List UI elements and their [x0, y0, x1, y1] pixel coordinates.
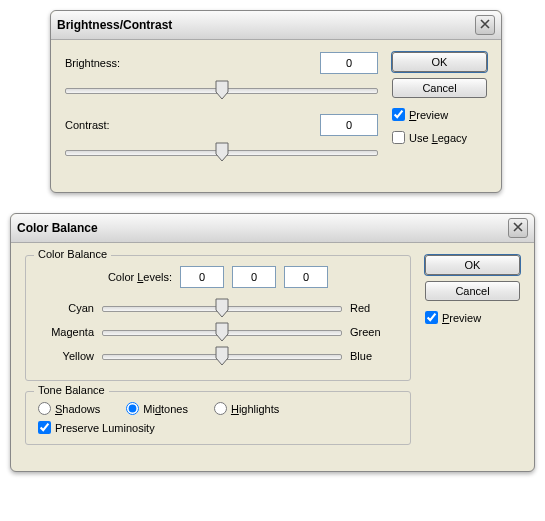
slider-thumb[interactable] — [215, 80, 229, 100]
midtones-label: Midtones — [143, 403, 188, 415]
cyan-red-slider[interactable] — [102, 298, 342, 318]
magenta-label: Magenta — [38, 326, 94, 338]
ok-button[interactable]: OK — [425, 255, 520, 275]
preview-label: Preview — [442, 312, 481, 324]
slider-thumb[interactable] — [215, 298, 229, 318]
contrast-label: Contrast: — [65, 119, 320, 131]
titlebar[interactable]: Brightness/Contrast — [51, 11, 501, 40]
preserve-luminosity-label: Preserve Luminosity — [55, 422, 155, 434]
preview-checkbox[interactable] — [425, 311, 438, 324]
preview-checkbox[interactable] — [392, 108, 405, 121]
preview-label: Preview — [409, 109, 448, 121]
level-magenta-green-input[interactable] — [232, 266, 276, 288]
brightness-slider[interactable] — [65, 80, 378, 100]
preview-checkbox-row[interactable]: Preview — [425, 311, 520, 324]
shadows-radio[interactable] — [38, 402, 51, 415]
close-button[interactable] — [508, 218, 528, 238]
midtones-radio[interactable] — [126, 402, 139, 415]
close-icon — [513, 221, 523, 235]
color-balance-dialog: Color Balance Color Balance Color Levels… — [10, 213, 535, 472]
slider-thumb[interactable] — [215, 346, 229, 366]
color-balance-group: Color Balance Color Levels: Cyan R — [25, 255, 411, 381]
level-cyan-red-input[interactable] — [180, 266, 224, 288]
highlights-radio[interactable] — [214, 402, 227, 415]
contrast-input[interactable] — [320, 114, 378, 136]
yellow-label: Yellow — [38, 350, 94, 362]
blue-label: Blue — [350, 350, 398, 362]
midtones-radio-row[interactable]: Midtones — [126, 402, 188, 415]
slider-thumb[interactable] — [215, 322, 229, 342]
brightness-label: Brightness: — [65, 57, 320, 69]
close-button[interactable] — [475, 15, 495, 35]
preview-checkbox-row[interactable]: Preview — [392, 108, 487, 121]
yellow-blue-slider[interactable] — [102, 346, 342, 366]
highlights-label: Highlights — [231, 403, 279, 415]
close-icon — [480, 18, 490, 32]
dialog-title: Color Balance — [17, 221, 98, 235]
shadows-label: Shadows — [55, 403, 100, 415]
brightness-contrast-dialog: Brightness/Contrast Brightness: Contrast… — [50, 10, 502, 193]
preserve-luminosity-checkbox[interactable] — [38, 421, 51, 434]
group-label: Color Balance — [34, 248, 111, 260]
level-yellow-blue-input[interactable] — [284, 266, 328, 288]
brightness-input[interactable] — [320, 52, 378, 74]
red-label: Red — [350, 302, 398, 314]
legacy-label: Use Legacy — [409, 132, 467, 144]
green-label: Green — [350, 326, 398, 338]
tone-balance-group: Tone Balance Shadows Midtones Highlights — [25, 391, 411, 445]
cancel-button[interactable]: Cancel — [425, 281, 520, 301]
cyan-label: Cyan — [38, 302, 94, 314]
legacy-checkbox[interactable] — [392, 131, 405, 144]
titlebar[interactable]: Color Balance — [11, 214, 534, 243]
contrast-slider[interactable] — [65, 142, 378, 162]
slider-thumb[interactable] — [215, 142, 229, 162]
ok-button[interactable]: OK — [392, 52, 487, 72]
highlights-radio-row[interactable]: Highlights — [214, 402, 279, 415]
shadows-radio-row[interactable]: Shadows — [38, 402, 100, 415]
color-levels-label: Color Levels: — [108, 271, 172, 283]
preserve-luminosity-row[interactable]: Preserve Luminosity — [38, 421, 398, 434]
cancel-button[interactable]: Cancel — [392, 78, 487, 98]
dialog-title: Brightness/Contrast — [57, 18, 172, 32]
group-label: Tone Balance — [34, 384, 109, 396]
magenta-green-slider[interactable] — [102, 322, 342, 342]
legacy-checkbox-row[interactable]: Use Legacy — [392, 131, 487, 144]
